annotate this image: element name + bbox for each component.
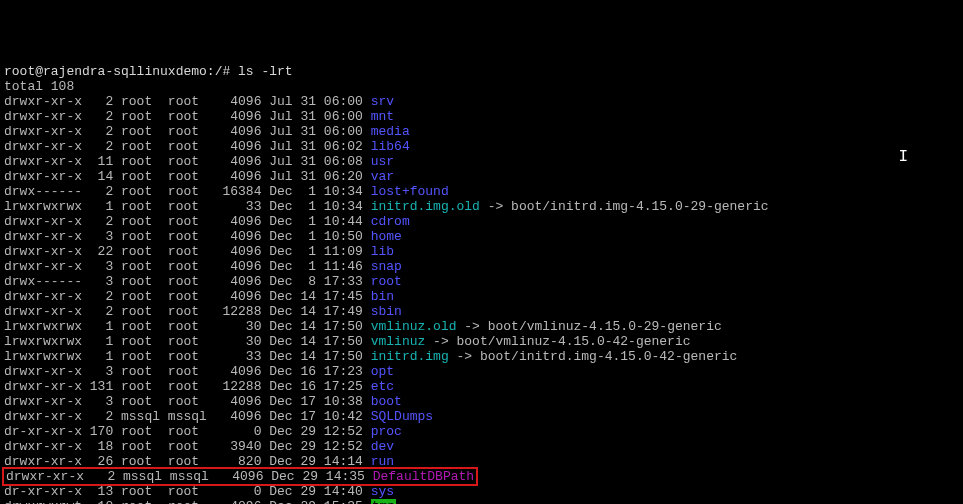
file-name: dev xyxy=(371,439,394,454)
file-name: boot xyxy=(371,394,402,409)
list-row: drwxr-xr-x 2 root root 12288 Dec 14 17:4… xyxy=(4,304,959,319)
file-name: tmp xyxy=(371,499,396,504)
file-name: cdrom xyxy=(371,214,410,229)
file-name: lost+found xyxy=(371,184,449,199)
file-name: lib64 xyxy=(371,139,410,154)
list-row: drwxr-xr-x 2 mssql mssql 4096 Dec 29 14:… xyxy=(4,469,959,484)
list-row: lrwxrwxrwx 1 root root 30 Dec 14 17:50 v… xyxy=(4,334,959,349)
file-name: etc xyxy=(371,379,394,394)
file-name: snap xyxy=(371,259,402,274)
list-row: drwxr-xr-x 11 root root 4096 Jul 31 06:0… xyxy=(4,154,959,169)
list-row: lrwxrwxrwx 1 root root 33 Dec 14 17:50 i… xyxy=(4,349,959,364)
file-name: srv xyxy=(371,94,394,109)
file-name: initrd.img xyxy=(371,349,449,364)
list-row: drwxrwxrwt 10 root root 4096 Dec 29 15:3… xyxy=(4,499,959,504)
list-row: drwx------ 3 root root 4096 Dec 8 17:33 … xyxy=(4,274,959,289)
list-row: dr-xr-xr-x 170 root root 0 Dec 29 12:52 … xyxy=(4,424,959,439)
list-row: drwxr-xr-x 3 root root 4096 Dec 1 10:50 … xyxy=(4,229,959,244)
list-row: drwxr-xr-x 2 mssql mssql 4096 Dec 17 10:… xyxy=(4,409,959,424)
symlink-target: -> boot/initrd.img-4.15.0-29-generic xyxy=(480,199,769,214)
file-name: media xyxy=(371,124,410,139)
list-row: drwxr-xr-x 2 root root 4096 Dec 14 17:45… xyxy=(4,289,959,304)
file-name: opt xyxy=(371,364,394,379)
list-row: drwxr-xr-x 2 root root 4096 Jul 31 06:00… xyxy=(4,109,959,124)
list-row: drwxr-xr-x 3 root root 4096 Dec 17 10:38… xyxy=(4,394,959,409)
terminal[interactable]: root@rajendra-sqllinuxdemo:/# ls -lrttot… xyxy=(4,64,959,504)
list-row: drwxr-xr-x 18 root root 3940 Dec 29 12:5… xyxy=(4,439,959,454)
total-line: total 108 xyxy=(4,79,959,94)
list-row: dr-xr-xr-x 13 root root 0 Dec 29 14:40 s… xyxy=(4,484,959,499)
list-row: drwx------ 2 root root 16384 Dec 1 10:34… xyxy=(4,184,959,199)
list-row: drwxr-xr-x 3 root root 4096 Dec 1 11:46 … xyxy=(4,259,959,274)
list-row: drwxr-xr-x 2 root root 4096 Dec 1 10:44 … xyxy=(4,214,959,229)
file-name: SQLDumps xyxy=(371,409,433,424)
list-row: drwxr-xr-x 2 root root 4096 Jul 31 06:00… xyxy=(4,124,959,139)
file-name: lib xyxy=(371,244,394,259)
list-row: drwxr-xr-x 14 root root 4096 Jul 31 06:2… xyxy=(4,169,959,184)
command-text: ls -lrt xyxy=(238,64,293,79)
file-name: sbin xyxy=(371,304,402,319)
list-row: drwxr-xr-x 22 root root 4096 Dec 1 11:09… xyxy=(4,244,959,259)
file-name: vmlinuz xyxy=(371,334,426,349)
list-row: drwxr-xr-x 131 root root 12288 Dec 16 17… xyxy=(4,379,959,394)
list-row: lrwxrwxrwx 1 root root 30 Dec 14 17:50 v… xyxy=(4,319,959,334)
file-name: proc xyxy=(371,424,402,439)
prompt-line-1: root@rajendra-sqllinuxdemo:/# ls -lrt xyxy=(4,64,959,79)
file-name: home xyxy=(371,229,402,244)
list-row: drwxr-xr-x 2 root root 4096 Jul 31 06:02… xyxy=(4,139,959,154)
file-name: sys xyxy=(371,484,394,499)
prompt: root@rajendra-sqllinuxdemo:/# xyxy=(4,64,230,79)
list-row: lrwxrwxrwx 1 root root 33 Dec 1 10:34 in… xyxy=(4,199,959,214)
file-name: root xyxy=(371,274,402,289)
listing: drwxr-xr-x 2 root root 4096 Jul 31 06:00… xyxy=(4,94,959,504)
list-row: drwxr-xr-x 3 root root 4096 Dec 16 17:23… xyxy=(4,364,959,379)
list-row: drwxr-xr-x 2 root root 4096 Jul 31 06:00… xyxy=(4,94,959,109)
symlink-target: -> boot/vmlinuz-4.15.0-42-generic xyxy=(425,334,690,349)
file-name: var xyxy=(371,169,394,184)
file-name: mnt xyxy=(371,109,394,124)
file-name: DefaultDBPath xyxy=(373,469,474,484)
text-caret-icon: I xyxy=(898,150,908,165)
file-name: initrd.img.old xyxy=(371,199,480,214)
file-name: usr xyxy=(371,154,394,169)
file-name: vmlinuz.old xyxy=(371,319,457,334)
file-name: bin xyxy=(371,289,394,304)
symlink-target: -> boot/vmlinuz-4.15.0-29-generic xyxy=(457,319,722,334)
symlink-target: -> boot/initrd.img-4.15.0-42-generic xyxy=(449,349,738,364)
